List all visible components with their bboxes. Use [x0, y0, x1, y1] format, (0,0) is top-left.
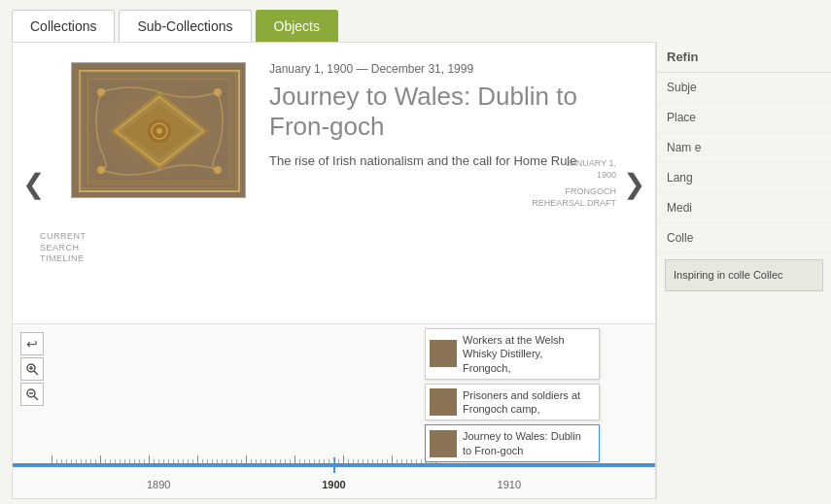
popup-card-2[interactable]: Prisoners and soldiers at Frongoch camp,: [425, 384, 600, 421]
sidebar-item-place[interactable]: Place: [657, 103, 831, 133]
next-button[interactable]: ❯: [623, 167, 645, 199]
map-back-button[interactable]: ↩: [20, 332, 44, 355]
feature-dates: January 1, 1900 — December 31, 1999: [269, 62, 636, 76]
card-thumb-3: [430, 430, 457, 457]
sidebar-item-language[interactable]: Lang: [657, 163, 831, 193]
feature-title: Journey to Wales: Dublin to Fron-goch: [269, 82, 636, 142]
inspired-box[interactable]: Inspiring in colle Collec: [665, 259, 823, 291]
svg-marker-3: [111, 92, 208, 170]
svg-marker-5: [122, 104, 196, 158]
svg-line-14: [34, 371, 38, 375]
svg-rect-2: [87, 79, 231, 184]
svg-point-10: [148, 119, 171, 143]
map-controls: ↩: [20, 332, 44, 406]
refine-header: Refin: [657, 42, 831, 73]
timeline-label-1890: 1890: [147, 479, 170, 490]
svg-point-11: [152, 123, 167, 139]
map-zoom-in-button[interactable]: [20, 357, 44, 381]
feature-card: ❮ CURRENTSEARCHTIMELINE: [13, 43, 655, 323]
svg-point-8: [97, 166, 105, 174]
timeline-label-1900-current: 1900: [322, 479, 345, 490]
tab-collections[interactable]: Collections: [12, 10, 115, 42]
sidebar-item-name[interactable]: Nam e: [657, 133, 831, 163]
timeline-labels: 1890 1900 1910: [13, 479, 655, 490]
tab-objects[interactable]: Objects: [256, 10, 338, 42]
popup-container: Workers at the Welsh Whisky Distillery, …: [425, 328, 600, 462]
popup-card-3[interactable]: Journey to Wales: Dublin to Fron-goch: [425, 424, 600, 462]
prev-button[interactable]: ❮: [22, 167, 45, 199]
center-panel: ❮ CURRENTSEARCHTIMELINE: [12, 42, 656, 499]
popup-card-1[interactable]: Workers at the Welsh Whisky Distillery, …: [425, 328, 600, 380]
sidebar-item-collection[interactable]: Colle: [657, 223, 831, 253]
svg-point-12: [156, 128, 162, 134]
tab-bar: Collections Sub-Collections Objects: [0, 0, 831, 42]
card-thumb-2: [430, 388, 457, 416]
svg-point-9: [214, 166, 222, 174]
side-location: Frongochrehearsal draft: [532, 185, 616, 210]
card-text-1: Workers at the Welsh Whisky Distillery, …: [463, 333, 591, 375]
timeline-area: ↩: [13, 323, 655, 498]
side-date: JANUARY 1,1900: [532, 156, 616, 181]
svg-point-7: [214, 88, 222, 96]
card-thumb-1: [430, 340, 457, 367]
svg-point-6: [97, 88, 105, 96]
svg-rect-1: [80, 71, 239, 191]
right-sidebar: Refin Subje Place Nam e Lang Medi Colle …: [656, 42, 831, 499]
map-zoom-out-button[interactable]: [20, 383, 44, 406]
svg-marker-4: [116, 97, 203, 165]
card-text-2: Prisoners and soldiers at Frongoch camp,: [463, 388, 591, 417]
timeline-label-1910: 1910: [498, 479, 521, 490]
timeline-label: CURRENTSEARCHTIMELINE: [40, 231, 87, 265]
tab-subcollections[interactable]: Sub-Collections: [119, 10, 251, 42]
sidebar-item-media[interactable]: Medi: [657, 193, 831, 223]
sidebar-item-subject[interactable]: Subje: [657, 73, 831, 103]
feature-image: [71, 62, 246, 198]
main-area: ❮ CURRENTSEARCHTIMELINE: [0, 42, 831, 499]
svg-line-18: [34, 396, 38, 400]
svg-rect-0: [72, 63, 246, 198]
card-text-3: Journey to Wales: Dublin to Fron-goch: [463, 429, 591, 457]
side-date-info: JANUARY 1,1900 Frongochrehearsal draft: [532, 156, 616, 209]
